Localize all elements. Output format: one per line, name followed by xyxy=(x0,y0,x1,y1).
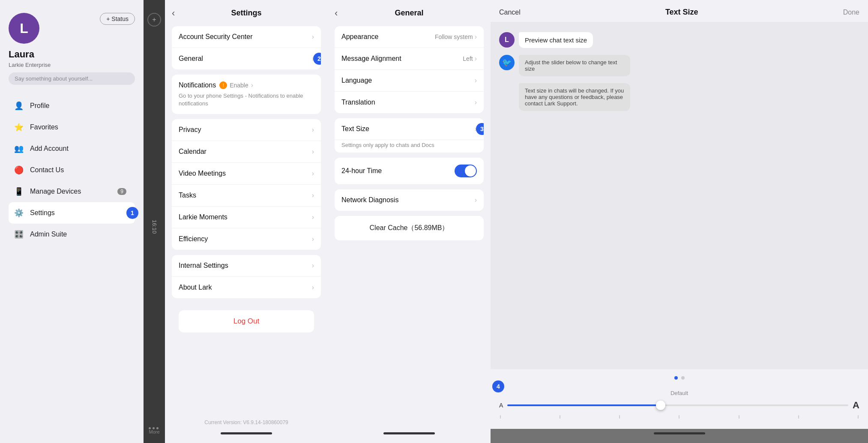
done-button[interactable]: Done xyxy=(843,9,859,16)
settings-item-larkie-moments[interactable]: Larkie Moments › xyxy=(172,207,321,228)
settings-back-button[interactable]: ‹ xyxy=(172,8,175,19)
general-item-textsize[interactable]: Text Size › 3 xyxy=(335,118,484,140)
more-label: More xyxy=(149,429,159,434)
chevron-icon-notif: › xyxy=(251,81,253,89)
chevron-icon-tasks: › xyxy=(312,192,314,199)
text-size-large-a: A xyxy=(853,400,859,411)
time-display: 16:10 xyxy=(151,220,158,234)
general-item-network[interactable]: Network Diagnosis › xyxy=(335,189,484,211)
preview-area: L Preview chat text size 🐦 Adjust the sl… xyxy=(491,22,868,369)
text-size-note: Settings only apply to chats and Docs xyxy=(335,140,484,153)
settings-item-account-security[interactable]: Account Security Center › xyxy=(172,26,321,48)
general-item-appearance[interactable]: Appearance Follow system › xyxy=(335,26,484,48)
sidebar-item-profile[interactable]: 👤 Profile xyxy=(9,95,135,117)
settings-group-notifications: Notifications ! Enable › Go to your phon… xyxy=(172,75,321,114)
general-item-24hour[interactable]: 24-hour Time xyxy=(335,158,484,184)
panel-separator: + 16:10 More xyxy=(144,0,165,443)
chevron-icon-translation: › xyxy=(475,99,477,106)
preview-bubble-1: Preview chat text size xyxy=(519,32,593,48)
chevron-icon-language: › xyxy=(475,77,477,84)
step-mark-6 xyxy=(798,415,799,419)
alignment-value: Left xyxy=(463,55,473,62)
user-org: Larkie Enterprise xyxy=(9,62,135,68)
settings-item-privacy[interactable]: Privacy › xyxy=(172,119,321,141)
settings-item-efficiency[interactable]: Efficiency › xyxy=(172,228,321,250)
step-badge-2: 2 xyxy=(313,53,321,65)
cancel-button[interactable]: Cancel xyxy=(499,9,521,16)
step-mark-5 xyxy=(739,415,739,419)
textsize-title: Text Size xyxy=(665,8,698,17)
chevron-icon: › xyxy=(312,33,314,41)
settings-item-notifications[interactable]: Notifications ! Enable › Go to your phon… xyxy=(172,75,321,114)
step-mark-2 xyxy=(560,415,560,419)
settings-group-4: Internal Settings › About Lark › xyxy=(172,255,321,298)
settings-item-internal[interactable]: Internal Settings › xyxy=(172,255,321,277)
general-panel: ‹ General Appearance Follow system › Mes… xyxy=(328,0,491,443)
nav-label-manage-devices: Manage Devices xyxy=(30,188,81,195)
sidebar-item-manage-devices[interactable]: 📱 Manage Devices 9 xyxy=(9,181,135,202)
profile-icon: 👤 xyxy=(14,101,24,111)
text-size-small-a: A xyxy=(499,402,503,409)
chevron-icon-calendar: › xyxy=(312,148,314,156)
slider-fill xyxy=(507,404,661,406)
sidebar-item-settings[interactable]: ⚙️ Settings 1 xyxy=(9,202,135,224)
sidebar-item-admin-suite[interactable]: 🎛️ Admin Suite xyxy=(9,224,135,245)
step-mark-4 xyxy=(679,415,679,419)
devices-count-badge: 9 xyxy=(117,188,126,195)
settings-item-tasks[interactable]: Tasks › xyxy=(172,185,321,207)
step-mark-7 xyxy=(858,415,859,419)
say-something-placeholder[interactable]: Say something about yourself... xyxy=(9,72,135,85)
slider-dot-inactive xyxy=(681,376,685,380)
general-item-language[interactable]: Language › xyxy=(335,70,484,92)
slider-default-label: Default xyxy=(499,390,859,396)
chevron-icon-moments: › xyxy=(312,213,314,221)
step-mark-3 xyxy=(619,415,620,419)
chevron-icon-alignment: › xyxy=(475,55,477,63)
clear-cache-button[interactable]: Clear Cache（56.89MB） xyxy=(335,216,484,240)
settings-group-3: Privacy › Calendar › Video Meetings › Ta… xyxy=(172,119,321,250)
settings-item-general[interactable]: General › 2 xyxy=(172,48,321,69)
settings-item-video-meetings[interactable]: Video Meetings › xyxy=(172,163,321,185)
24hour-toggle[interactable] xyxy=(455,165,477,177)
textsize-header: Cancel Text Size Done xyxy=(491,0,868,22)
add-icon[interactable]: + xyxy=(147,13,161,27)
chevron-icon-about: › xyxy=(312,284,314,291)
preview-row-3: Text size in chats will be changed. If y… xyxy=(499,83,859,111)
preview-bubble-2: Adjust the slider below to change text s… xyxy=(519,55,630,76)
sidebar-item-add-account[interactable]: 👥 Add Account xyxy=(9,138,135,159)
slider-track[interactable] xyxy=(507,404,848,406)
settings-group-1: Account Security Center › General › 2 xyxy=(172,26,321,69)
status-button[interactable]: + Status xyxy=(100,13,135,25)
favorites-icon: ⭐ xyxy=(14,122,24,132)
log-out-button[interactable]: Log Out xyxy=(179,310,314,332)
chevron-icon-privacy: › xyxy=(312,126,314,134)
preview-row-2: 🐦 Adjust the slider below to change text… xyxy=(499,55,859,76)
slider-dots xyxy=(499,376,859,380)
general-list: Appearance Follow system › Message Align… xyxy=(328,23,491,429)
general-item-translation[interactable]: Translation › xyxy=(335,92,484,113)
settings-item-calendar[interactable]: Calendar › xyxy=(172,141,321,163)
sidebar-item-favorites[interactable]: ⭐ Favorites xyxy=(9,117,135,138)
general-group-1: Appearance Follow system › Message Align… xyxy=(335,26,484,113)
toggle-knob xyxy=(465,165,476,177)
sidebar-item-contact-us[interactable]: 🔴 Contact Us xyxy=(9,159,135,181)
chevron-icon-network: › xyxy=(475,196,477,204)
preview-bubble-3: Text size in chats will be changed. If y… xyxy=(519,83,630,111)
nav-label-add-account: Add Account xyxy=(30,145,69,153)
settings-icon: ⚙️ xyxy=(14,208,24,218)
general-item-message-alignment[interactable]: Message Alignment Left › xyxy=(335,48,484,70)
avatar: L xyxy=(9,13,39,44)
step-marks xyxy=(499,415,859,419)
general-back-button[interactable]: ‹ xyxy=(335,8,338,19)
appearance-value: Follow system xyxy=(435,33,473,40)
preview-row-1: L Preview chat text size xyxy=(499,32,859,48)
text-size-panel: Cancel Text Size Done L Preview chat tex… xyxy=(491,0,868,443)
admin-suite-icon: 🎛️ xyxy=(14,229,24,239)
settings-item-about-lark[interactable]: About Lark › xyxy=(172,277,321,298)
preview-avatar-bird: 🐦 xyxy=(499,55,515,70)
bottom-bar-settings xyxy=(165,429,328,443)
notification-enable-label: Enable xyxy=(230,82,248,89)
bottom-bar-general xyxy=(328,429,491,443)
slider-thumb[interactable] xyxy=(656,401,665,410)
profile-header: L + Status xyxy=(9,13,135,44)
